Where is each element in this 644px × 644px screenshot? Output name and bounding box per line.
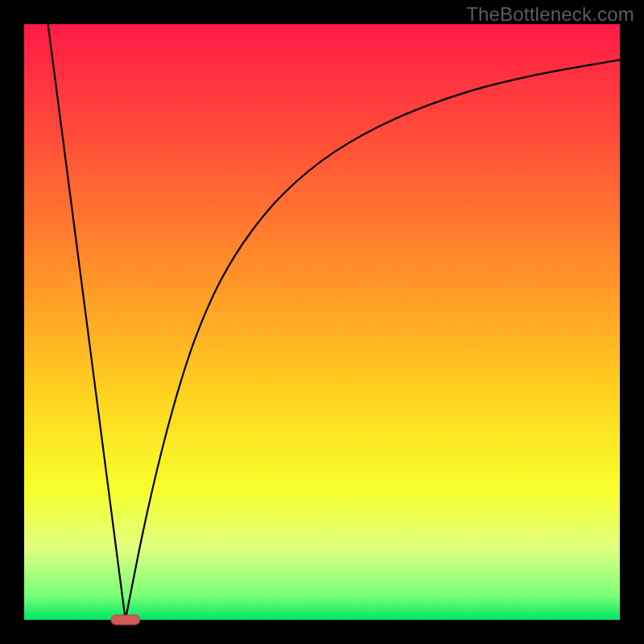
bottleneck-chart: TheBottleneck.com xyxy=(0,0,644,644)
chart-svg xyxy=(0,0,644,644)
minimum-marker xyxy=(111,615,140,625)
watermark-text: TheBottleneck.com xyxy=(466,3,634,26)
